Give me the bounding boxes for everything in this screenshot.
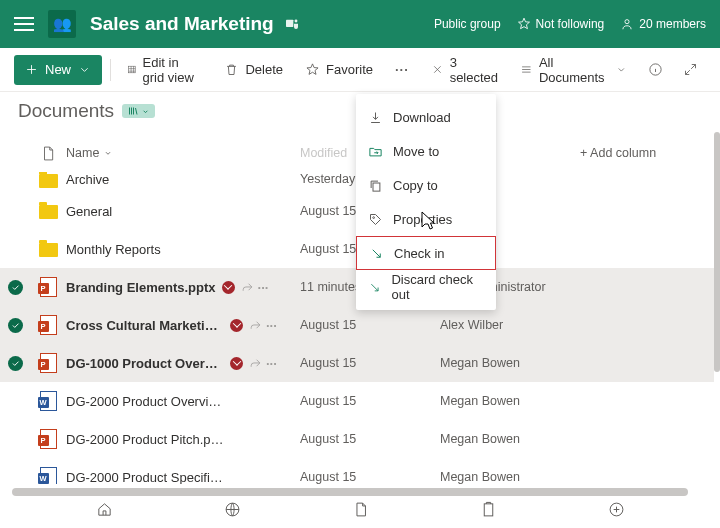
checkedout-badge	[230, 357, 243, 370]
new-label: New	[45, 62, 71, 77]
modified-cell: August 15	[300, 394, 440, 408]
col-type[interactable]	[30, 145, 66, 162]
privacy-label[interactable]: Public group	[434, 17, 501, 31]
file-name[interactable]: Cross Cultural Marketing Ca...	[66, 318, 224, 333]
file-name[interactable]: Monthly Reports	[66, 242, 161, 257]
file-name[interactable]: DG-1000 Product Overview.p...	[66, 356, 224, 371]
col-name[interactable]: Name	[66, 146, 300, 160]
nav-files[interactable]	[352, 501, 369, 521]
svg-point-6	[373, 216, 375, 218]
checkedout-badge	[230, 319, 243, 332]
command-bar: New Edit in grid view Delete Favorite ··…	[0, 48, 720, 92]
tag-icon	[368, 212, 383, 227]
vertical-scrollbar[interactable]	[714, 48, 720, 484]
follow-button[interactable]: Not following	[517, 17, 605, 31]
svg-point-1	[294, 19, 297, 22]
modified-cell: August 15	[300, 470, 440, 484]
bottom-nav	[0, 494, 720, 528]
menu-discard[interactable]: Discard check out	[356, 270, 496, 304]
trash-icon	[224, 62, 239, 77]
file-name[interactable]: DG-2000 Product Overview.docx	[66, 394, 224, 409]
nav-add[interactable]	[608, 501, 625, 521]
row-overflow[interactable]: ···	[266, 318, 277, 333]
menu-copyto[interactable]: Copy to	[356, 168, 496, 202]
file-type-icon	[30, 241, 66, 257]
file-type-icon	[30, 203, 66, 219]
col-modified-label: Modified	[300, 146, 347, 160]
table-row[interactable]: PCross Cultural Marketing Ca...···August…	[0, 306, 714, 344]
share-icon[interactable]	[241, 281, 254, 294]
row-select[interactable]	[0, 318, 30, 333]
file-type-icon: P	[30, 353, 66, 373]
site-logo[interactable]: 👥	[48, 10, 76, 38]
row-select[interactable]	[0, 280, 30, 295]
menu-checkin-label: Check in	[394, 246, 445, 261]
file-icon	[352, 501, 369, 518]
chevron-down-icon	[77, 62, 92, 77]
table-row[interactable]: PDG-2000 Product Pitch.pptxAugust 15Mega…	[0, 420, 714, 458]
copy-icon	[368, 178, 383, 193]
file-type-icon: W	[30, 391, 66, 411]
chevron-down-icon	[141, 107, 150, 116]
overflow-button[interactable]: ···	[387, 54, 417, 86]
row-select[interactable]	[0, 356, 30, 371]
download-icon	[368, 110, 383, 125]
file-name[interactable]: Archive	[66, 172, 109, 187]
svg-rect-0	[286, 19, 293, 26]
nav-list[interactable]	[480, 501, 497, 521]
menu-checkin[interactable]: Check in	[356, 236, 496, 270]
follow-label: Not following	[536, 17, 605, 31]
table-row[interactable]: PDG-1000 Product Overview.p...···August …	[0, 344, 714, 382]
hamburger-icon[interactable]	[14, 17, 34, 31]
file-type-icon: W	[30, 467, 66, 484]
expand-button[interactable]	[675, 54, 706, 86]
menu-moveto-label: Move to	[393, 144, 439, 159]
modifiedby-cell: Alex Wilber	[440, 318, 590, 332]
svg-rect-5	[373, 183, 380, 191]
file-name[interactable]: DG-2000 Product Specification.docx	[66, 470, 224, 485]
share-icon[interactable]	[249, 357, 262, 370]
globe-icon	[224, 501, 241, 518]
favorite-button[interactable]: Favorite	[297, 54, 381, 86]
file-type-icon: P	[30, 277, 66, 297]
delete-button[interactable]: Delete	[216, 54, 291, 86]
file-name[interactable]: Branding Elements.pptx	[66, 280, 216, 295]
star-icon	[305, 62, 320, 77]
row-overflow[interactable]: ···	[266, 356, 277, 371]
add-column-button[interactable]: + Add column	[580, 146, 656, 160]
grid-icon	[127, 62, 137, 77]
file-icon	[41, 145, 55, 162]
chevron-down-icon	[615, 62, 628, 77]
table-row[interactable]: WDG-2000 Product Specification.docxAugus…	[0, 458, 714, 484]
checkedout-badge	[222, 281, 235, 294]
view-label: All Documents	[539, 55, 610, 85]
modifiedby-cell: Megan Bowen	[440, 432, 590, 446]
edit-grid-button[interactable]: Edit in grid view	[119, 54, 211, 86]
file-type-icon: P	[30, 429, 66, 449]
plus-icon	[24, 62, 39, 77]
view-tag[interactable]	[122, 104, 155, 118]
modifiedby-cell: Megan Bowen	[440, 470, 590, 484]
file-name[interactable]: General	[66, 204, 112, 219]
new-button[interactable]: New	[14, 55, 102, 85]
view-switcher[interactable]: All Documents	[512, 54, 636, 86]
chevron-down-icon	[103, 148, 113, 158]
star-icon	[517, 17, 531, 31]
menu-moveto[interactable]: Move to	[356, 134, 496, 168]
table-row[interactable]: WDG-2000 Product Overview.docxAugust 15M…	[0, 382, 714, 420]
delete-label: Delete	[245, 62, 283, 77]
site-title: Sales and Marketing	[90, 13, 274, 35]
share-icon[interactable]	[249, 319, 262, 332]
selection-count[interactable]: 3 selected	[423, 54, 508, 86]
library-icon	[127, 105, 139, 117]
menu-download[interactable]: Download	[356, 100, 496, 134]
members-button[interactable]: 20 members	[620, 17, 706, 31]
nav-home[interactable]	[96, 501, 113, 521]
col-name-label: Name	[66, 146, 99, 160]
info-button[interactable]	[640, 54, 671, 86]
row-overflow[interactable]: ···	[258, 280, 269, 295]
file-name[interactable]: DG-2000 Product Pitch.pptx	[66, 432, 224, 447]
plus-circle-icon	[608, 501, 625, 518]
teams-icon[interactable]	[284, 15, 300, 34]
nav-sites[interactable]	[224, 501, 241, 521]
